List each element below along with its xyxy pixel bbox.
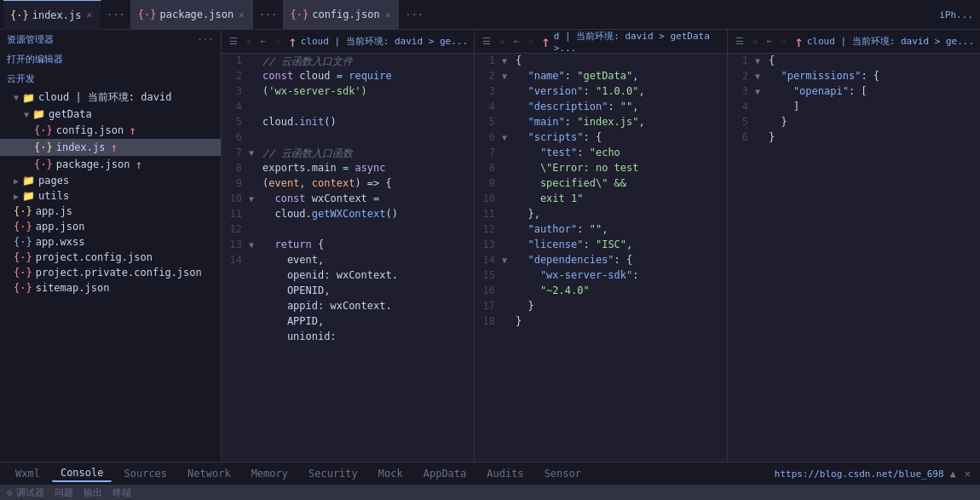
red-arrow-toolbar-2: ↑ [541, 32, 551, 50]
tab-config-json[interactable]: {·} config.json ✕ [284, 0, 401, 30]
tree-getData[interactable]: ▼ 📁 getData [0, 106, 221, 122]
code-line-1-16: OPENID, [222, 284, 474, 299]
expand-up-icon[interactable]: ▲ [948, 466, 959, 481]
devtool-tab-mock[interactable]: Mock [370, 466, 412, 481]
devtool-tab-wxml[interactable]: Wxml [7, 466, 49, 481]
tree-project-private-config[interactable]: {·} project.private.config.json [0, 265, 221, 280]
code-line-2-6: 6 ▼ "scripts": { [475, 130, 727, 146]
tree-package-json[interactable]: {·} package.json ↑ [0, 156, 221, 173]
devtool-tab-audits[interactable]: Audits [478, 466, 532, 481]
tree-app-json[interactable]: {·} app.json [0, 219, 221, 234]
folder-icon-utils: 📁 [22, 190, 35, 202]
close-bottom-panel-icon[interactable]: ✕ [962, 466, 973, 481]
tab-close-config-json[interactable]: ✕ [383, 9, 393, 21]
code-line-2-2: 2 ▼ "name": "getData", [475, 69, 727, 84]
bottom-tab-bar: Wxml Console Sources Network Memory Secu… [0, 463, 980, 486]
code-line-1-15: openid: wxContext. [222, 268, 474, 284]
code-line-1-9: 9 (event, context) => { [222, 176, 474, 192]
tab-close-index-js[interactable]: ✕ [84, 9, 94, 21]
cloud-label: 云开发 [7, 72, 35, 85]
code-editor-1[interactable]: 1 // 云函数入口文件 2 const cloud = require 3 (… [222, 54, 474, 462]
tree-item-label-index: index.js [56, 141, 106, 153]
tree-app-js[interactable]: {·} app.js [0, 204, 221, 219]
bookmark-icon-3[interactable]: ☆ [750, 34, 761, 49]
tree-cloud[interactable]: ▼ 📁 cloud | 当前环境: david [0, 89, 221, 106]
breadcrumb-1: cloud | 当前环境: david > ge... [301, 35, 468, 48]
tab-index-js[interactable]: {·} index.js ✕ [3, 0, 101, 30]
code-line-1-17: appid: wxContext. [222, 299, 474, 314]
tab-overflow-menu[interactable]: ··· [101, 0, 130, 30]
tree-config-json[interactable]: {·} config.json ↑ [0, 122, 221, 139]
tab-package-json[interactable]: {·} package.json ✕ [131, 0, 254, 30]
code-line-1-3: 3 ('wx-server-sdk') [222, 84, 474, 100]
debug-tab-item-4[interactable]: 终端 [112, 486, 131, 499]
back-icon-1[interactable]: ← [258, 34, 269, 49]
red-arrow-index: ↑ [110, 141, 117, 154]
tab-close-package-json[interactable]: ✕ [237, 9, 246, 21]
editor-panels: ☰ ☆ ← → ↑ cloud | 当前环境: david > ge... 1 … [222, 30, 980, 462]
code-line-1-19: unionid: [222, 330, 474, 345]
tab-label-3: config.json [312, 9, 379, 20]
iphone-label: iPh... [939, 9, 980, 20]
tree-utils[interactable]: ▶ 📁 utils [0, 188, 221, 204]
tab-overflow-menu-2[interactable]: ··· [254, 0, 283, 30]
bottom-panel: Wxml Console Sources Network Memory Secu… [0, 462, 980, 500]
folder-icon-pages: 📁 [22, 175, 35, 187]
tree-item-label-cloud: cloud | 当前环境: david [38, 90, 171, 105]
code-line-2-15: 15 "wx-server-sdk": [475, 268, 727, 284]
debug-tab-item-1[interactable]: ⊙ 调试器 [7, 486, 44, 499]
debug-tab-item-2[interactable]: 问题 [55, 486, 73, 499]
sidebar-section-resource[interactable]: 资源管理器 ··· [0, 30, 221, 49]
code-line-2-13: 13 "license": "ISC", [475, 238, 727, 253]
devtool-tab-appdata[interactable]: AppData [415, 466, 476, 481]
debug-tab-item-3[interactable]: 输出 [84, 486, 102, 499]
code-line-1-7: 7 ▼ // 云函数入口函数 [222, 146, 474, 161]
json-file-icon-proj-priv: {·} [14, 267, 32, 279]
url-link[interactable]: https://blog.csdn.net/blue_698 [775, 468, 944, 480]
tree-pages[interactable]: ▶ 📁 pages [0, 173, 221, 188]
tree-app-wxss[interactable]: {·} app.wxss [0, 234, 221, 250]
bookmark-icon-1[interactable]: ☆ [244, 34, 255, 49]
sidebar-cloud-label[interactable]: 云开发 [0, 69, 221, 89]
code-line-1-5: 5 cloud.init() [222, 115, 474, 130]
devtool-tab-console[interactable]: Console [52, 465, 112, 482]
code-line-1-12: 12 [222, 222, 474, 238]
debug-icon-1: ⊙ [7, 487, 13, 498]
code-editor-3[interactable]: 1 ▼ { 2 ▼ "permissions": { 3 ▼ "openapi"… [728, 54, 980, 462]
json-file-icon-pkg: {·} [34, 158, 53, 170]
code-line-2-3: 3 "version": "1.0.0", [475, 84, 727, 100]
sidebar-section-editors[interactable]: 打开的编辑器 [0, 49, 221, 69]
bookmark-icon-2[interactable]: ☆ [497, 34, 508, 49]
back-icon-2[interactable]: ← [511, 34, 522, 49]
code-line-1-14: 14 event, [222, 253, 474, 268]
devtool-tab-security[interactable]: Security [300, 466, 366, 481]
tree-item-label-app-wxss: app.wxss [36, 236, 85, 248]
devtool-tab-sensor[interactable]: Sensor [536, 466, 590, 481]
tree-item-label-utils: utils [38, 190, 69, 202]
section-label-editors: 打开的编辑器 [7, 53, 63, 66]
code-editor-2[interactable]: 1 ▼ { 2 ▼ "name": "getData", 3 "version"… [475, 54, 727, 462]
code-line-1-1: 1 // 云函数入口文件 [222, 54, 474, 69]
json-file-icon-proj: {·} [14, 251, 32, 263]
js-file-icon: {·} [34, 141, 53, 153]
menu-icon-2[interactable]: ☰ [480, 34, 493, 49]
devtool-tab-sources[interactable]: Sources [115, 466, 176, 481]
tree-index-js[interactable]: {·} index.js ↑ [0, 139, 221, 156]
menu-icon-1[interactable]: ☰ [227, 34, 240, 49]
breadcrumb-3: cloud | 当前环境: david > ge... [807, 35, 974, 48]
json-icon-1: {·} [138, 9, 157, 20]
forward-icon-2[interactable]: → [525, 34, 536, 49]
code-line-3-5: 5 } [728, 115, 980, 130]
sidebar-menu-icon[interactable]: ··· [197, 34, 214, 45]
devtool-tab-network[interactable]: Network [179, 466, 239, 481]
forward-icon-3[interactable]: → [778, 34, 789, 49]
tree-sitemap[interactable]: {·} sitemap.json [0, 280, 221, 296]
red-arrow-config: ↑ [129, 124, 135, 137]
devtool-tab-memory[interactable]: Memory [243, 466, 297, 481]
menu-icon-3[interactable]: ☰ [733, 34, 747, 49]
tab-overflow-menu-3[interactable]: ··· [400, 0, 429, 30]
back-icon-3[interactable]: ← [764, 34, 775, 49]
tree-project-config[interactable]: {·} project.config.json [0, 250, 221, 265]
forward-icon-1[interactable]: → [272, 34, 283, 49]
code-line-3-2: 2 ▼ "permissions": { [728, 69, 980, 84]
